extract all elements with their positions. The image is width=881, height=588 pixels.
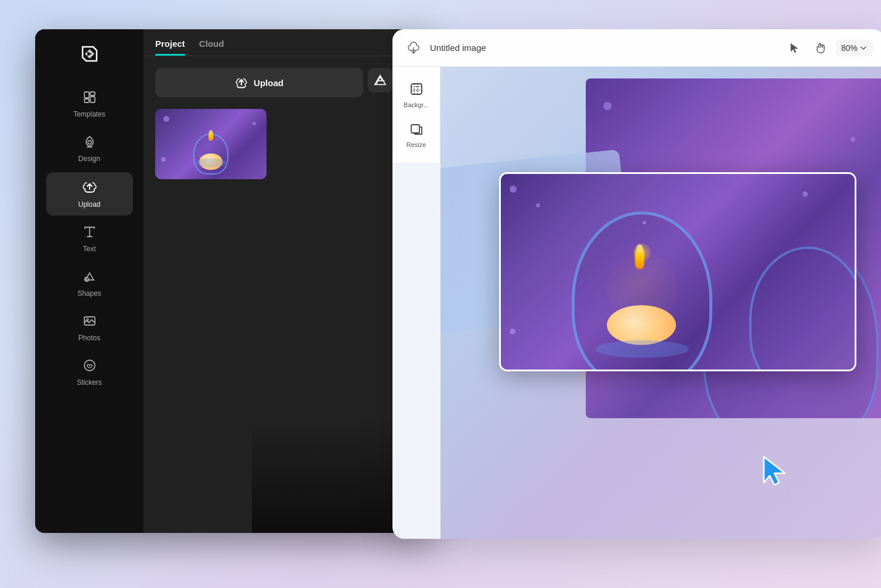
resize-label: Resize	[407, 141, 426, 148]
google-drive-button[interactable]	[368, 68, 392, 93]
photos-icon	[83, 314, 97, 330]
text-label: Text	[83, 245, 95, 253]
svg-point-4	[88, 141, 91, 144]
tab-project[interactable]: Project	[155, 39, 185, 56]
background-label: Backgr...	[404, 101, 429, 108]
sidebar-item-stickers[interactable]: Stickers	[46, 351, 133, 394]
canvas-area: Untitled image 80%	[392, 29, 881, 539]
sidebar-item-shapes[interactable]: Shapes	[46, 262, 133, 305]
svg-rect-9	[411, 84, 422, 94]
svg-rect-10	[411, 125, 419, 133]
svg-rect-0	[84, 92, 89, 98]
shapes-icon	[83, 269, 97, 286]
zoom-selector[interactable]: 80%	[835, 40, 873, 56]
app-logo[interactable]	[77, 41, 103, 67]
upload-icon	[82, 179, 97, 197]
sidebar: Templates Design	[35, 29, 144, 533]
canvas-header: Untitled image 80%	[392, 29, 881, 67]
svg-rect-3	[90, 97, 95, 102]
text-icon	[83, 225, 97, 241]
hand-tool-button[interactable]	[810, 37, 831, 59]
background-tool-icon	[409, 82, 424, 99]
canvas-tools: 80%	[784, 37, 873, 59]
photos-label: Photos	[78, 334, 100, 342]
side-toolbar: Backgr... Resize	[392, 67, 440, 163]
upload-buttons-row: Upload	[155, 68, 422, 97]
zoom-value: 80%	[841, 43, 858, 53]
app-window: Templates Design	[35, 29, 433, 533]
sidebar-item-photos[interactable]: Photos	[46, 307, 133, 349]
canvas-selected-image[interactable]	[499, 172, 856, 371]
sidebar-item-text[interactable]: Text	[46, 218, 133, 260]
canvas-work-area[interactable]	[440, 67, 881, 539]
file-icon	[404, 39, 423, 57]
templates-icon	[83, 90, 97, 107]
svg-rect-2	[90, 92, 95, 95]
tab-bar: Project Cloud	[144, 29, 433, 56]
tab-cloud[interactable]: Cloud	[199, 39, 224, 56]
panel-content: Upload	[144, 56, 433, 533]
upload-label: Upload	[78, 200, 100, 208]
templates-label: Templates	[73, 110, 105, 118]
design-icon	[83, 135, 97, 151]
upload-main-button[interactable]: Upload	[155, 68, 363, 97]
background-tool[interactable]: Backgr...	[398, 76, 435, 114]
shapes-label: Shapes	[77, 289, 101, 298]
svg-rect-1	[84, 99, 89, 102]
sidebar-item-design[interactable]: Design	[46, 128, 133, 170]
stickers-icon	[83, 358, 97, 375]
sidebar-item-templates[interactable]: Templates	[46, 83, 133, 125]
upload-button-label: Upload	[254, 78, 284, 88]
thumbnail-grid	[155, 109, 422, 179]
stickers-label: Stickers	[77, 378, 102, 387]
select-tool-button[interactable]	[784, 37, 805, 59]
resize-tool[interactable]: Resize	[398, 116, 435, 153]
media-thumbnail[interactable]	[155, 109, 267, 179]
cursor-arrow	[760, 454, 791, 492]
resize-tool-icon	[409, 122, 424, 139]
main-panel: Project Cloud Upload	[144, 29, 433, 533]
canvas-title: Untitled image	[430, 43, 777, 53]
design-label: Design	[78, 155, 100, 163]
sidebar-item-upload[interactable]: Upload	[46, 172, 133, 216]
